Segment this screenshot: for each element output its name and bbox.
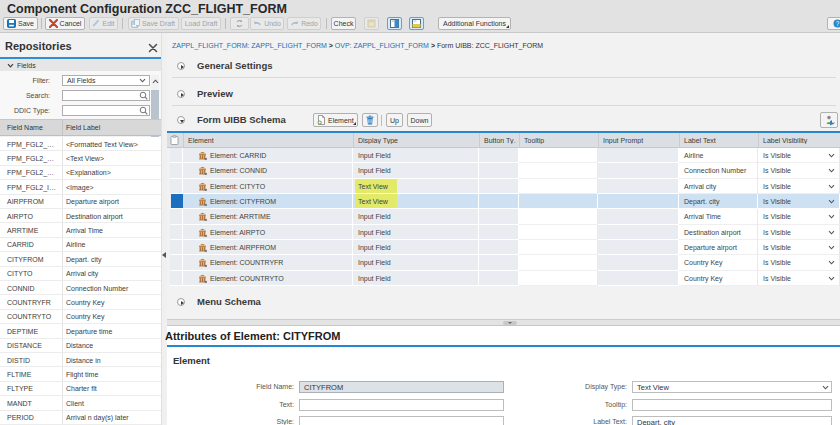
svg-text:?: ? bbox=[835, 20, 839, 27]
